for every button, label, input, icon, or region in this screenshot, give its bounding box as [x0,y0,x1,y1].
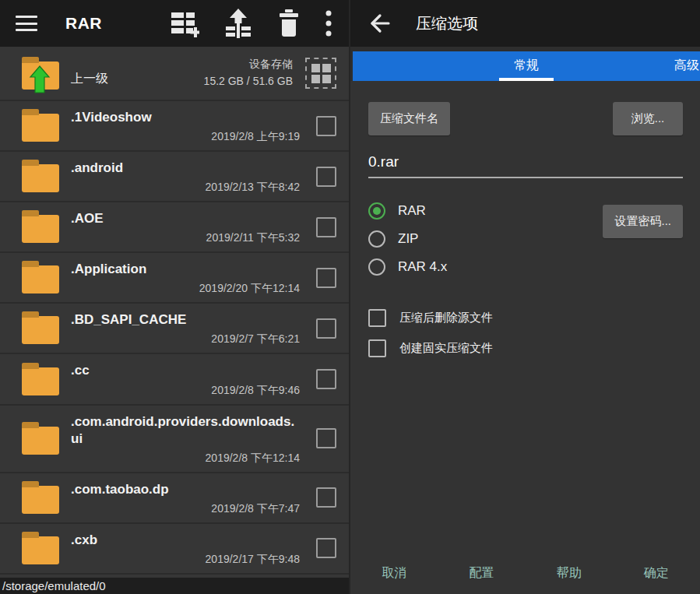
dialog-footer: 取消 配置 帮助 确定 [350,555,700,594]
help-button[interactable]: 帮助 [526,565,613,582]
parent-directory-row[interactable]: 上一级 设备存储 15.2 GB / 51.6 GB [0,47,349,101]
folder-icon [22,536,59,564]
overflow-menu-button[interactable] [325,10,332,37]
folder-icon [22,265,59,293]
archive-name-input[interactable]: 0.rar [368,153,683,178]
create-archive-button[interactable] [171,9,199,37]
folder-up-icon [22,62,59,90]
file-name: .com.taobao.dp [71,481,304,498]
solid-archive-label: 创建固实压缩文件 [399,341,493,356]
file-list: 上一级 设备存储 15.2 GB / 51.6 GB .1Videosho [0,47,349,578]
set-password-button[interactable]: 设置密码... [603,205,683,238]
storage-label: 设备存储 [204,56,293,73]
file-name: .AOE [71,210,304,227]
file-name: .1Videoshow [71,109,304,126]
radio-zip-label: ZIP [398,231,418,247]
folder-icon [22,215,59,243]
file-row[interactable]: .BD_SAPI_CACHE 2019/2/7 下午6:21 [0,304,349,354]
file-meta: .com.taobao.dp 2019/2/8 下午7:47 [71,480,304,516]
folder-rows: .1Videoshow 2019/2/8 上午9:19 .android 201… [0,101,349,578]
file-meta: .cxb 2019/2/17 下午9:48 [71,530,304,567]
file-date: 2019/2/8 下午9:46 [211,384,304,398]
file-meta: .com.android.providers.downloads.ui 2019… [71,412,304,466]
dialog-title: 压缩选项 [416,13,478,34]
file-meta: .AOE 2019/2/11 下午5:32 [71,209,304,245]
file-date: 2019/2/11 下午5:32 [206,231,304,245]
browse-button[interactable]: 浏览... [613,102,683,135]
radio-rar[interactable] [368,202,385,220]
file-date: 2019/2/17 下午9:48 [206,553,304,567]
add-archive-icon [171,9,199,37]
archive-name-button[interactable]: 压缩文件名 [368,102,450,135]
file-row[interactable]: .com.taobao.dp 2019/2/8 下午7:47 [0,473,349,524]
file-date: 2019/2/8 下午12:14 [206,452,304,466]
radio-row-rar4[interactable]: RAR 4.x [368,253,683,281]
parent-directory-label: 上一级 [71,71,108,87]
profiles-button[interactable]: 配置 [438,565,525,582]
file-checkbox[interactable] [316,428,336,448]
file-row[interactable]: .1Videoshow 2019/2/8 上午9:19 [0,101,349,152]
toolbar-actions [171,9,332,38]
back-button[interactable] [366,11,391,36]
solid-archive-checkbox[interactable] [368,339,386,357]
dialog-appbar: 压缩选项 [350,0,700,47]
trash-icon [277,9,301,38]
solid-archive-option[interactable]: 创建固实压缩文件 [368,333,683,364]
compression-form: 压缩文件名 浏览... 0.rar RAR ZIP RAR 4.x 设置密码..… [350,81,700,555]
radio-rar4-label: RAR 4.x [398,259,447,275]
file-meta: .1Videoshow 2019/2/8 上午9:19 [71,107,304,144]
file-date: 2019/2/13 下午8:42 [206,181,304,195]
left-appbar: RAR [0,0,349,47]
radio-rar-label: RAR [398,203,426,219]
file-checkbox[interactable] [316,369,336,389]
file-checkbox[interactable] [316,167,336,187]
delete-source-option[interactable]: 压缩后删除源文件 [368,303,683,333]
hamburger-icon [16,16,37,31]
file-checkbox[interactable] [316,217,336,237]
delete-source-label: 压缩后删除源文件 [399,311,493,325]
folder-icon [22,427,59,455]
menu-button[interactable] [16,16,37,31]
file-row[interactable]: .cc 2019/2/8 下午9:46 [0,354,349,405]
file-date: 2019/2/8 下午7:47 [211,502,304,516]
radio-rar4[interactable] [368,258,385,276]
file-checkbox[interactable] [316,487,336,508]
file-row[interactable]: .cxb 2019/2/17 下午9:48 [0,524,349,575]
file-row[interactable]: .com.android.providers.downloads.ui 2019… [0,406,349,473]
folder-icon [22,164,59,192]
compression-options-pane: 压缩选项 常规 高级 压缩文件名 浏览... 0.rar RAR [350,0,700,594]
file-checkbox[interactable] [316,268,336,288]
more-vert-icon [325,10,332,37]
format-section: RAR ZIP RAR 4.x 设置密码... [368,197,683,281]
tab-general[interactable]: 常规 [514,51,539,81]
extract-button[interactable] [224,9,252,38]
file-name: .android [71,160,304,177]
folder-icon [22,486,59,514]
back-arrow-icon [366,11,391,36]
cancel-button[interactable]: 取消 [350,565,438,582]
file-name: .cxb [71,532,304,549]
delete-source-checkbox[interactable] [368,309,386,327]
rar-app-window: RAR [0,0,700,594]
file-date: 2019/2/8 上午9:19 [211,130,304,144]
app-title: RAR [65,14,102,33]
current-path-bar: /storage/emulated/0 [0,578,349,594]
file-row[interactable]: .Application 2019/2/20 下午12:14 [0,253,349,304]
file-name: .com.android.providers.downloads.ui [71,413,304,448]
tab-area: 常规 高级 [350,47,700,81]
file-name: .cc [71,362,304,379]
file-checkbox[interactable] [316,538,336,558]
file-checkbox[interactable] [316,318,336,339]
file-row[interactable]: .android 2019/2/13 下午8:42 [0,152,349,202]
select-all-icon[interactable] [305,58,336,89]
green-up-arrow-icon [29,65,51,93]
file-date: 2019/2/20 下午12:14 [199,282,304,296]
file-checkbox[interactable] [316,116,336,136]
ok-button[interactable]: 确定 [613,565,700,582]
radio-zip[interactable] [368,230,385,248]
options-section: 压缩后删除源文件 创建固实压缩文件 [368,303,683,364]
file-row[interactable]: .AOE 2019/2/11 下午5:32 [0,202,349,253]
folder-icon [22,367,59,395]
delete-button[interactable] [277,9,301,38]
tab-advanced[interactable]: 高级 [674,51,699,81]
